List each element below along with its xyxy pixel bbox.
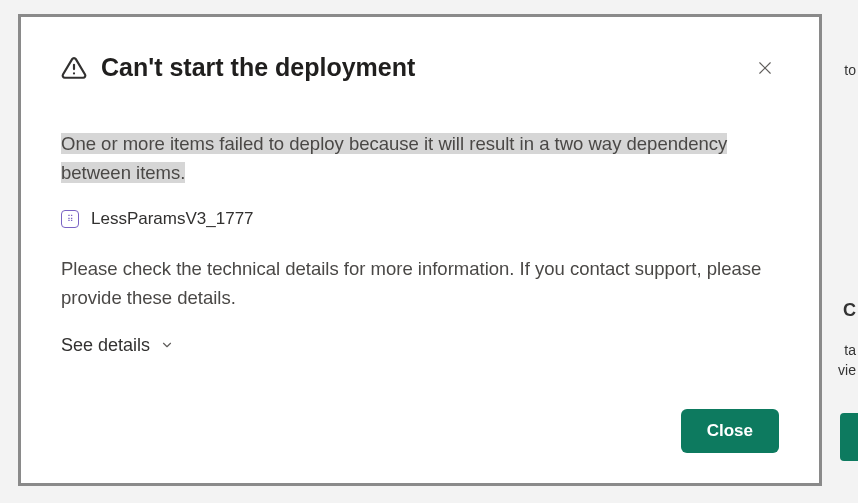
failed-item-row: ⠿ LessParamsV3_1777 (61, 209, 779, 229)
dataset-icon: ⠿ (61, 210, 79, 228)
close-button[interactable]: Close (681, 409, 779, 453)
close-x-button[interactable] (751, 54, 779, 82)
failed-item-name: LessParamsV3_1777 (91, 209, 254, 229)
bg-fragment: ta (842, 340, 858, 360)
support-instructions: Please check the technical details for m… (61, 255, 779, 312)
close-icon (756, 59, 774, 77)
error-message-highlighted: One or more items failed to deploy becau… (61, 133, 727, 183)
chevron-down-icon (160, 338, 174, 352)
bg-button-fragment (840, 413, 858, 461)
see-details-toggle[interactable]: See details (61, 335, 779, 356)
bg-fragment: C (841, 298, 858, 323)
dialog-header: Can't start the deployment (61, 53, 779, 82)
deployment-error-dialog: Can't start the deployment One or more i… (18, 14, 822, 486)
bg-fragment: vie (836, 360, 858, 380)
bg-fragment: to (842, 60, 858, 80)
see-details-label: See details (61, 335, 150, 356)
warning-icon (61, 55, 87, 81)
dialog-title: Can't start the deployment (101, 53, 415, 82)
error-message: One or more items failed to deploy becau… (61, 130, 779, 187)
dialog-footer: Close (61, 409, 779, 453)
dialog-title-group: Can't start the deployment (61, 53, 415, 82)
